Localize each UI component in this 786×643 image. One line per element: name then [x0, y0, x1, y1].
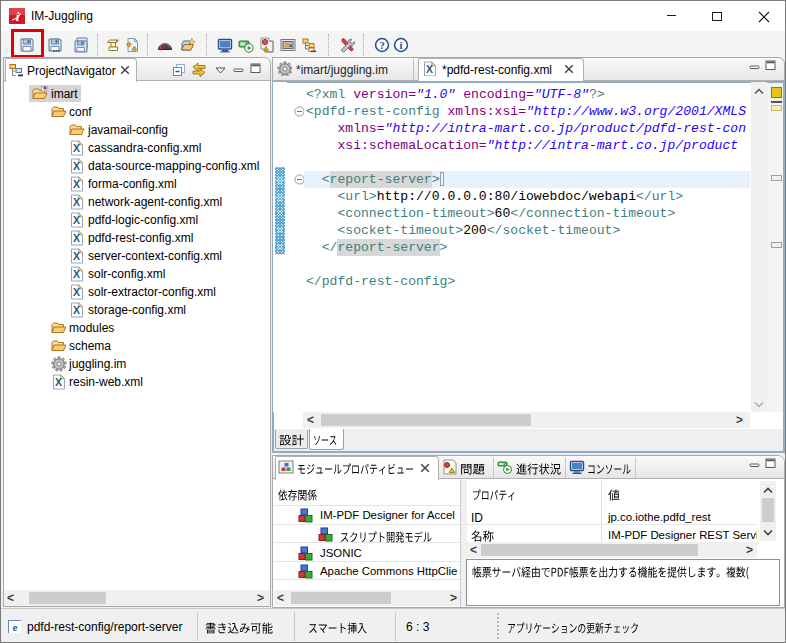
svg-text:X: X — [73, 178, 80, 190]
svg-text:X: X — [73, 160, 80, 172]
svg-text:e: e — [13, 621, 18, 633]
svg-text:X: X — [73, 196, 80, 208]
svg-text:X: X — [73, 214, 80, 226]
svg-text:i: i — [400, 40, 403, 51]
svg-text:X: X — [55, 376, 62, 388]
svg-text:X: X — [73, 232, 80, 244]
svg-text:X: X — [73, 250, 80, 262]
svg-text:X: X — [426, 63, 433, 75]
svg-text:X: X — [73, 304, 80, 316]
svg-text:i: i — [16, 9, 20, 24]
svg-text:X: X — [73, 268, 80, 280]
svg-text:?: ? — [379, 40, 384, 51]
svg-text:X: X — [73, 286, 80, 298]
svg-text:X: X — [73, 142, 80, 154]
